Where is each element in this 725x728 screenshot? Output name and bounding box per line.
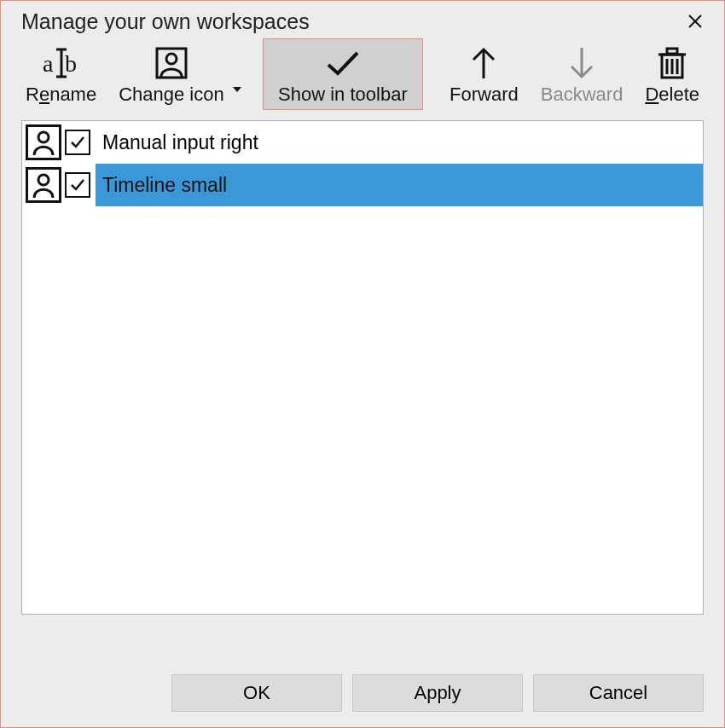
workspace-checkbox[interactable] (65, 130, 90, 155)
workspace-label[interactable]: Manual input right (96, 121, 703, 164)
close-icon (688, 14, 702, 28)
workspace-label[interactable]: Timeline small (96, 164, 703, 206)
svg-marker-9 (233, 87, 241, 92)
toolbar: a b Rename Change icon (1, 37, 724, 115)
cancel-button[interactable]: Cancel (533, 674, 704, 712)
workspace-row[interactable]: Timeline small (22, 164, 703, 206)
title-bar: Manage your own workspaces (1, 1, 724, 37)
close-button[interactable] (682, 8, 709, 35)
svg-point-19 (38, 175, 49, 185)
arrow-up-icon (470, 44, 497, 82)
checkmark-icon (70, 177, 85, 193)
workspace-list[interactable]: Manual input right Timeline small (21, 120, 704, 615)
workspace-icon (26, 167, 61, 203)
workspace-row[interactable]: Manual input right (22, 121, 703, 164)
dialog-buttons: OK Apply Cancel (171, 674, 704, 712)
rename-icon: a b (42, 44, 81, 82)
person-box-icon (154, 44, 188, 82)
checkmark-icon (70, 135, 85, 150)
svg-point-8 (166, 54, 177, 64)
workspace-checkbox[interactable] (65, 172, 90, 198)
show-in-toolbar-button[interactable]: Show in toolbar (263, 38, 424, 110)
dropdown-caret-icon (233, 75, 241, 97)
dialog-title: Manage your own workspaces (21, 9, 310, 34)
arrow-down-icon (568, 44, 595, 82)
check-icon (324, 44, 362, 82)
svg-rect-14 (667, 49, 677, 54)
rename-button[interactable]: a b Rename (18, 38, 104, 110)
apply-button[interactable]: Apply (352, 674, 523, 712)
ok-button[interactable]: OK (171, 674, 342, 712)
svg-text:a: a (43, 50, 54, 77)
forward-button[interactable]: Forward (442, 38, 526, 110)
svg-text:b: b (65, 50, 77, 77)
trash-icon (656, 44, 688, 82)
svg-point-18 (38, 132, 49, 142)
delete-button[interactable]: Delete (637, 38, 707, 110)
change-icon-button[interactable]: Change icon (111, 38, 241, 110)
workspace-icon (26, 124, 61, 160)
backward-button: Backward (533, 38, 631, 110)
